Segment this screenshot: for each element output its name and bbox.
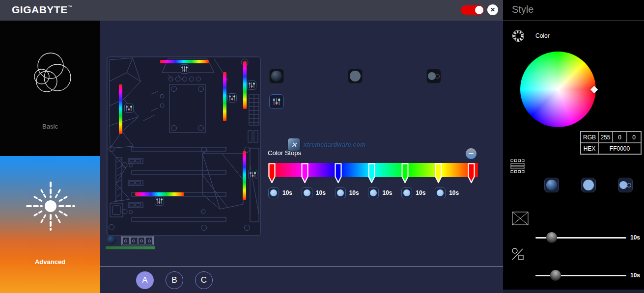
segment-dot-icon	[403, 189, 410, 196]
profile-button-c[interactable]: C	[195, 271, 213, 289]
color-stop-marker[interactable]	[368, 163, 375, 184]
basic-label: Basic	[0, 123, 100, 130]
segment-color-button[interactable]	[368, 187, 379, 198]
led-zone-dot[interactable]	[107, 236, 116, 244]
hold-time-value: 10s	[630, 272, 640, 279]
main-canvas: ✕ xtremehardware.com Color Stops 10s10s1…	[100, 21, 503, 266]
flash-mode-icon	[428, 71, 440, 81]
segment-duration-label: 10s	[282, 189, 292, 196]
venn-circles-icon	[21, 46, 80, 105]
color-stop-marker[interactable]	[301, 163, 308, 184]
segment-color-button[interactable]	[401, 187, 412, 198]
panel-mode-button-flash[interactable]	[618, 178, 633, 192]
color-stop-marker[interactable]	[401, 163, 409, 184]
watermark-text: xtremehardware.com	[304, 141, 365, 148]
panel-mode-button-breathing[interactable]	[544, 178, 559, 192]
profile-button-a[interactable]: A	[136, 271, 154, 289]
rgb-b-value[interactable]: 0	[627, 132, 641, 143]
segment-duration-label: 10s	[349, 189, 359, 196]
transition-time-value: 10s	[630, 234, 640, 241]
static-mode-icon	[583, 180, 594, 190]
segment-dot-icon	[437, 189, 444, 196]
segment-color-button[interactable]	[435, 187, 446, 198]
slider-knob[interactable]	[546, 232, 557, 243]
segment-dot-icon	[370, 189, 377, 196]
mode-button-color-cycle[interactable]	[269, 94, 284, 109]
hex-label: HEX	[581, 143, 598, 154]
motherboard-preview[interactable]	[104, 52, 264, 238]
rgb-sliders-icon	[271, 96, 282, 107]
close-icon: ✕	[490, 6, 495, 13]
color-stop-marker[interactable]	[468, 163, 475, 184]
segment-color-button[interactable]	[268, 187, 279, 198]
segment-color-button[interactable]	[335, 187, 346, 198]
minus-icon	[469, 153, 474, 154]
percent-duty-icon	[511, 247, 524, 261]
advanced-label: Advanced	[0, 258, 100, 266]
color-stops-label: Color Stops	[268, 149, 301, 157]
filmstrip-icon	[510, 159, 526, 174]
transition-icon	[512, 212, 529, 225]
color-wheel-icon	[511, 29, 525, 43]
close-button[interactable]: ✕	[487, 4, 498, 15]
rgb-label: RGB	[581, 132, 598, 143]
segment-duration-label: 10s	[316, 189, 326, 196]
segment-dot-icon	[270, 189, 277, 196]
slider-track[interactable]	[535, 275, 626, 276]
slider-knob[interactable]	[550, 270, 561, 281]
color-stop-marker[interactable]	[268, 163, 276, 184]
sidebar-item-advanced[interactable]: Advanced	[0, 156, 100, 293]
segment-dot-icon	[337, 189, 344, 196]
segment-duration-label: 10s	[416, 189, 425, 196]
mode-button-static[interactable]	[348, 69, 363, 83]
hold-time-slider	[535, 270, 626, 281]
segment-dot-icon	[304, 189, 310, 196]
style-panel: Style Color RGB 255 0 0 HEX FF0000	[503, 0, 644, 290]
style-panel-header: Style	[503, 0, 644, 21]
mode-button-flash[interactable]	[426, 69, 441, 83]
trademark-symbol: ™	[68, 5, 73, 9]
panel-mode-button-static[interactable]	[581, 178, 596, 192]
rgb-r-value[interactable]: 255	[598, 132, 613, 143]
style-panel-title: Style	[512, 4, 533, 15]
title-bar: GIGABYTE™ ✕	[0, 0, 503, 21]
color-wheel[interactable]	[520, 52, 596, 127]
color-section-label: Color	[535, 32, 550, 39]
segment-color-button[interactable]	[302, 187, 312, 198]
led-header-connector[interactable]	[121, 236, 154, 245]
profile-button-b[interactable]: B	[166, 271, 183, 289]
gigabyte-logo: GIGABYTE™	[12, 4, 72, 16]
transition-time-slider	[535, 232, 626, 243]
flash-mode-icon	[619, 180, 631, 190]
hex-value[interactable]: FF0000	[598, 143, 641, 154]
remove-stop-button[interactable]	[466, 148, 476, 159]
toggle-knob-icon	[475, 6, 483, 14]
segment-duration-label: 10s	[449, 189, 459, 196]
color-value-table: RGB 255 0 0 HEX FF0000	[580, 131, 642, 155]
rgb-fusion-window: GIGABYTE™ ✕ Basic	[0, 0, 644, 293]
sidebar-item-basic[interactable]: Basic	[0, 21, 100, 156]
starburst-icon	[21, 177, 80, 236]
breathing-mode-icon	[271, 71, 282, 81]
color-stop-marker[interactable]	[435, 163, 442, 184]
segment-duration-label: 10s	[382, 189, 392, 196]
profile-bar: A B C	[100, 266, 503, 293]
static-mode-icon	[350, 71, 361, 81]
status-green-bar	[106, 246, 155, 249]
rgb-g-value[interactable]: 0	[613, 132, 627, 143]
breathing-mode-icon	[546, 180, 557, 190]
power-toggle[interactable]	[461, 5, 484, 15]
color-stop-marker[interactable]	[335, 163, 342, 184]
mode-button-breathing[interactable]	[269, 69, 284, 83]
